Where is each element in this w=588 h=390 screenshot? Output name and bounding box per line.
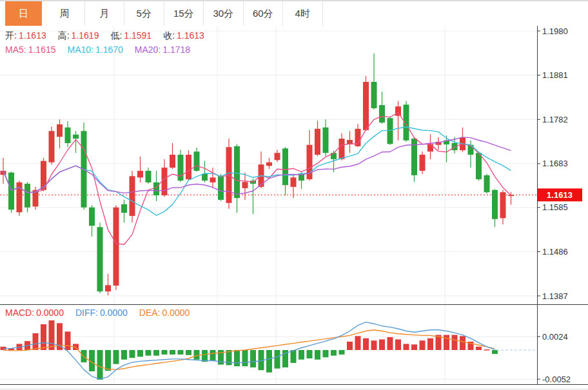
macd-bar [363,338,369,350]
legend-value: 1.1613 [19,30,46,41]
candle-body [89,208,95,226]
price-axis-label: 1.1782 [542,115,568,124]
macd-bar [250,350,256,367]
macd-bar [411,344,417,350]
price-axis-label: 1.1387 [542,291,568,301]
macd-bar [186,350,191,355]
price-axis-label: 1.1980 [542,26,568,36]
tab-1[interactable]: 周 [45,1,85,26]
candle-body [194,151,200,171]
macd-bar [492,350,498,354]
candle-body [427,144,433,151]
candle-wick [75,131,76,153]
legend-label: 高: [58,30,70,41]
candle-body [162,168,168,195]
candle-body [275,153,280,160]
macd-bar [146,350,152,356]
macd-bar [153,350,159,356]
macd-bar [105,350,111,371]
price-axis-label: 1.1881 [542,70,568,80]
macd-bar [178,350,184,355]
legend-ohlc-item-1: 高:1.1619 [58,30,99,41]
macd-bar [234,350,240,366]
legend-value: 1.1670 [95,44,123,55]
tab-0[interactable]: 日 [5,1,42,26]
legend-label: 收: [163,30,175,41]
legend-value: 0.0000 [100,307,128,318]
macd-bar [202,350,208,362]
macd-bar [355,336,361,350]
macd-bar [210,350,216,360]
macd-bar [387,337,393,350]
macd-bar [291,350,297,363]
candle-body [484,175,490,192]
candle-wick [140,157,141,182]
legend-value: 1.1718 [162,44,190,55]
candle-body [387,118,393,144]
legend-ohlc-item-3: 收:1.1613 [163,30,204,41]
legend-label: 开: [5,30,17,41]
candle-body [121,204,127,213]
macd-bar [460,336,466,350]
macd-bar [379,340,385,350]
candle-body [202,174,208,180]
macd-bar [315,350,320,360]
candle-body [137,171,143,177]
candle-body [113,208,119,286]
macd-bar [49,320,55,350]
candle-body [315,129,320,155]
candle-body [363,82,369,130]
macd-bar [427,338,433,350]
legend-ma-item-1: MA10:1.1670 [68,44,123,55]
chart-canvas[interactable]: 1.19801.18811.17821.16831.15851.14861.13… [0,0,588,390]
legend-label: 低: [110,30,122,41]
candle-body [307,145,313,179]
ma-legend: MA5:1.1615MA10:1.1670MA20:1.1718 [5,44,202,55]
macd-legend: MACD:0.0000DIFF:0.0000DEA:0.0000 [5,307,201,318]
legend-value: 1.1615 [28,44,56,55]
tab-7[interactable]: 4时 [283,1,323,26]
candle-body [8,173,14,210]
candle-body [178,155,184,180]
candle-body [420,155,426,171]
candle-body [411,139,417,175]
legend-macd-item-2: DEA:0.0000 [139,307,190,318]
macd-bar [162,350,168,355]
legend-ma-item-0: MA5:1.1615 [5,44,56,55]
ohlc-legend: 开:1.1613高:1.1619低:1.1591收:1.1613 [5,30,216,41]
tab-5[interactable]: 30分 [204,1,244,26]
tab-4[interactable]: 15分 [164,1,204,26]
legend-value: 0.0000 [36,307,64,318]
legend-ohlc-item-0: 开:1.1613 [5,30,46,41]
tab-6[interactable]: 60分 [244,1,284,26]
tab-2[interactable]: 月 [85,1,125,26]
legend-value: 1.1619 [72,30,99,41]
candle-body [105,285,111,291]
candle-body [153,182,159,195]
macd-bar [266,350,272,373]
candle-wick [446,135,447,162]
macd-pane [1,320,536,380]
candle-body [282,148,288,185]
candle-body [339,139,345,159]
macd-bar [65,331,71,350]
macd-bar [170,350,175,355]
macd-bar [130,350,135,358]
candle-body [186,155,191,179]
ma20-line [3,137,511,195]
tab-3[interactable]: 5分 [124,1,164,26]
macd-bar [33,333,39,350]
legend-value: 0.0000 [162,307,190,318]
macd-bar [339,350,345,355]
legend-label: MACD: [5,307,34,318]
candle-wick [108,274,108,295]
legend-label: DIFF: [75,307,98,318]
macd-bar [371,340,377,350]
macd-bar [41,324,46,350]
timeframe-tabs: 日周月5分15分30分60分4时 [0,0,588,26]
candle-wick [511,192,511,204]
legend-label: MA20: [135,44,161,55]
legend-value: 1.1591 [124,30,152,41]
macd-bar [242,350,248,366]
price-pane [1,54,514,296]
